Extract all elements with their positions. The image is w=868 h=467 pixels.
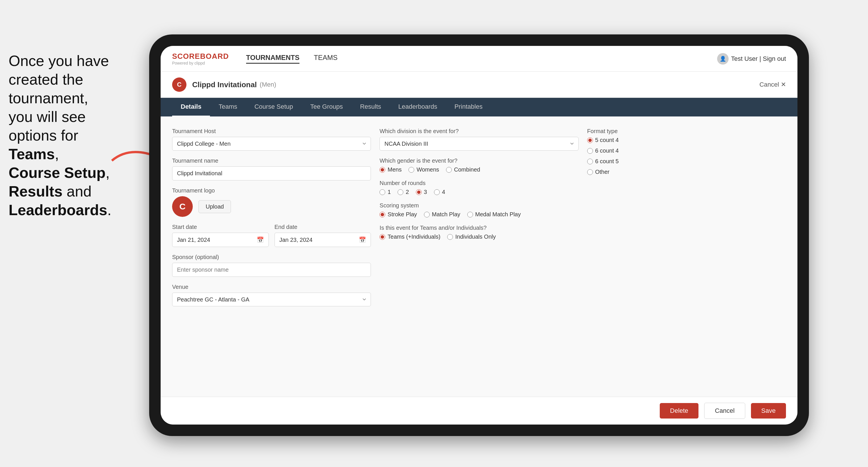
format-6count5-label: 6 count 5: [595, 158, 619, 165]
tournament-logo-label: Tournament logo: [172, 187, 371, 194]
tablet-screen: SCOREBOARD Powered by clippd TOURNAMENTS…: [161, 46, 798, 425]
nav-links: TOURNAMENTS TEAMS: [246, 54, 700, 64]
individuals-only[interactable]: Individuals Only: [447, 234, 496, 240]
tournament-subtitle: (Men): [259, 81, 276, 88]
format-5count4[interactable]: 5 count 4: [587, 137, 786, 144]
tab-leaderboards[interactable]: Leaderboards: [390, 98, 446, 117]
text-course-bold: Course Setup: [9, 164, 105, 181]
tournament-icon: C: [172, 77, 186, 92]
tournament-name-label: Tournament name: [172, 157, 371, 164]
close-button[interactable]: Cancel ✕: [759, 81, 786, 88]
teams-plus-radio[interactable]: [379, 234, 385, 240]
scoring-match-radio[interactable]: [424, 212, 430, 217]
tab-printables[interactable]: Printables: [446, 98, 491, 117]
form-column-2: Which division is the event for? NCAA Di…: [379, 128, 578, 385]
scoring-medal[interactable]: Medal Match Play: [467, 211, 521, 218]
form-column-3: Format type 5 count 4 6 count 4: [587, 128, 786, 385]
upload-button[interactable]: Upload: [198, 200, 231, 213]
scoring-medal-radio[interactable]: [467, 212, 473, 217]
rounds-2-label: 2: [406, 189, 409, 195]
gender-mens-label: Mens: [388, 166, 402, 173]
logo-circle: C: [172, 196, 193, 217]
main-content: Tournament Host Clippd College - Men Tou…: [161, 117, 798, 397]
text-comma1: ,: [55, 146, 59, 162]
tab-details[interactable]: Details: [172, 98, 210, 117]
rounds-1-label: 1: [388, 189, 391, 195]
rounds-2-radio[interactable]: [398, 189, 403, 195]
gender-mens-radio[interactable]: [379, 167, 385, 173]
cancel-button[interactable]: Cancel: [704, 403, 745, 419]
division-select[interactable]: NCAA Division III: [379, 137, 578, 151]
end-date-value: Jan 23, 2024: [279, 237, 313, 243]
format-6count5[interactable]: 6 count 5: [587, 158, 786, 165]
text-line1: Once you have: [9, 53, 109, 69]
gender-combined[interactable]: Combined: [446, 166, 480, 173]
tab-results[interactable]: Results: [351, 98, 390, 117]
tournament-host-select[interactable]: Clippd College - Men: [172, 137, 371, 151]
text-line3: tournament,: [9, 90, 88, 106]
rounds-4-radio[interactable]: [434, 189, 440, 195]
gender-combined-radio[interactable]: [446, 167, 452, 173]
format-other-radio[interactable]: [587, 169, 593, 175]
format-other[interactable]: Other: [587, 169, 786, 175]
rounds-4[interactable]: 4: [434, 189, 445, 195]
tab-course-setup[interactable]: Course Setup: [246, 98, 302, 117]
teams-options: Teams (+Individuals) Individuals Only: [379, 234, 578, 240]
teams-group: Is this event for Teams and/or Individua…: [379, 225, 578, 240]
scoring-stroke-radio[interactable]: [379, 212, 385, 217]
start-date-group: Start date Jan 21, 2024 📅: [172, 224, 269, 247]
format-group: Format type 5 count 4 6 count 4: [587, 128, 786, 175]
text-leaderboards-bold: Leaderboards: [9, 201, 107, 218]
nav-tournaments[interactable]: TOURNAMENTS: [246, 54, 300, 64]
sponsor-input[interactable]: [172, 263, 371, 277]
tournament-host-group: Tournament Host Clippd College - Men: [172, 128, 371, 151]
individuals-only-radio[interactable]: [447, 234, 453, 240]
individuals-only-label: Individuals Only: [455, 234, 496, 240]
rounds-4-label: 4: [442, 189, 445, 195]
delete-button[interactable]: Delete: [660, 403, 699, 418]
end-date-input[interactable]: Jan 23, 2024 📅: [275, 232, 371, 247]
gender-womens-label: Womens: [416, 166, 439, 173]
sponsor-group: Sponsor (optional): [172, 254, 371, 277]
text-and: and: [63, 183, 92, 200]
format-6count4-radio[interactable]: [587, 148, 593, 154]
teams-label: Is this event for Teams and/or Individua…: [379, 225, 578, 231]
start-date-input[interactable]: Jan 21, 2024 📅: [172, 232, 269, 247]
end-date-label: End date: [275, 224, 371, 230]
end-date-group: End date Jan 23, 2024 📅: [275, 224, 371, 247]
rounds-1-radio[interactable]: [379, 189, 385, 195]
venue-select[interactable]: Peachtree GC - Atlanta - GA: [172, 292, 371, 306]
tab-tee-groups[interactable]: Tee Groups: [302, 98, 351, 117]
division-label: Which division is the event for?: [379, 128, 578, 134]
gender-womens[interactable]: Womens: [408, 166, 439, 173]
rounds-2[interactable]: 2: [398, 189, 409, 195]
gender-options: Mens Womens Combined: [379, 166, 578, 173]
format-5count4-radio[interactable]: [587, 137, 593, 143]
save-button[interactable]: Save: [751, 403, 786, 418]
user-text[interactable]: Test User | Sign out: [731, 55, 786, 63]
tournament-header: C Clippd Invitational (Men) Cancel ✕: [161, 72, 798, 98]
tournament-title: Clippd Invitational: [192, 80, 257, 89]
sponsor-label: Sponsor (optional): [172, 254, 371, 260]
scoring-medal-label: Medal Match Play: [475, 211, 521, 218]
teams-plus-individuals[interactable]: Teams (+Individuals): [379, 234, 440, 240]
format-6count4[interactable]: 6 count 4: [587, 148, 786, 154]
scoring-match-label: Match Play: [432, 211, 460, 218]
tournament-name-input[interactable]: [172, 166, 371, 181]
scoring-options: Stroke Play Match Play Medal Match Play: [379, 211, 578, 218]
gender-womens-radio[interactable]: [408, 167, 414, 173]
gender-mens[interactable]: Mens: [379, 166, 402, 173]
scoring-stroke[interactable]: Stroke Play: [379, 211, 417, 218]
logo-text: SCOREBOARD: [172, 52, 229, 61]
format-other-label: Other: [595, 169, 610, 175]
scoring-label: Scoring system: [379, 202, 578, 209]
scoring-match[interactable]: Match Play: [424, 211, 460, 218]
gender-group: Which gender is the event for? Mens Wome…: [379, 157, 578, 173]
tab-teams[interactable]: Teams: [210, 98, 246, 117]
rounds-3-radio[interactable]: [416, 189, 422, 195]
rounds-1[interactable]: 1: [379, 189, 391, 195]
rounds-3[interactable]: 3: [416, 189, 427, 195]
nav-teams[interactable]: TEAMS: [314, 54, 338, 64]
format-label: Format type: [587, 128, 786, 134]
format-6count5-radio[interactable]: [587, 159, 593, 164]
